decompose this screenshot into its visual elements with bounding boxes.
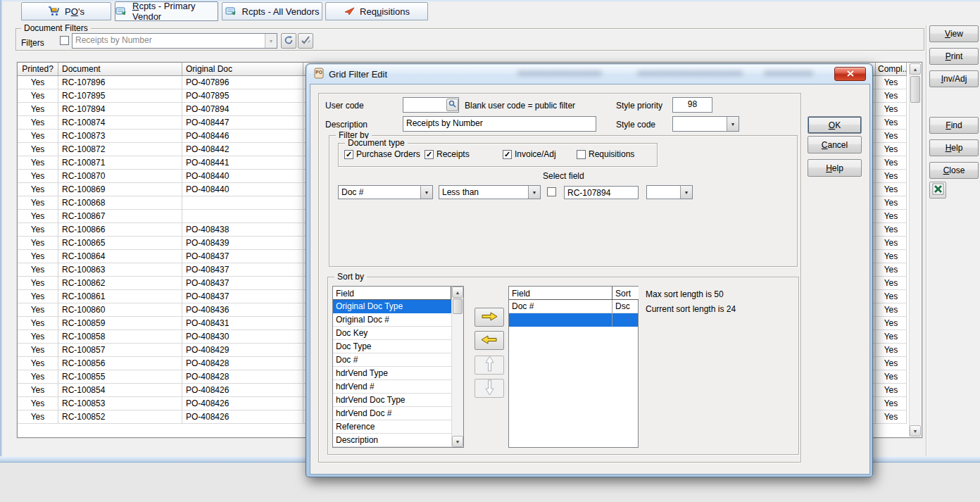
chosen-sort-header[interactable]: Sort [612, 287, 639, 300]
chevron-down-icon[interactable]: ▼ [265, 34, 277, 48]
sort-field-option[interactable]: Doc Type [333, 340, 451, 353]
cell-printed: Yes [18, 170, 58, 183]
move-sort-up-button[interactable] [475, 356, 504, 375]
dialog-client-area: User code Blank user code = public filte… [310, 84, 870, 475]
document-type-checkbox[interactable] [344, 150, 353, 159]
style-priority-field[interactable]: 98 [672, 97, 712, 113]
cell-document: RC-100863 [58, 263, 182, 277]
shopping-cart-icon [48, 6, 60, 16]
cell-document: RC-107895 [58, 89, 182, 103]
filters-label: Filters [21, 38, 44, 48]
not-checkbox[interactable] [547, 187, 556, 196]
add-sort-field-button[interactable] [475, 308, 504, 327]
tab-pos[interactable]: PO's [21, 2, 111, 20]
user-code-lookup-button[interactable] [446, 99, 458, 111]
filters-checkbox[interactable] [60, 36, 69, 45]
grid-vertical-scrollbar[interactable]: ▲ ▼ [909, 63, 921, 437]
document-type-checkbox[interactable] [503, 150, 512, 159]
chevron-down-icon[interactable]: ▼ [680, 186, 692, 199]
cell-original-doc: PO-408440 [182, 183, 303, 196]
inv-adj-button-label: Inv/Adj [941, 74, 967, 84]
cell-complete: Yes [876, 170, 907, 183]
scroll-up-icon[interactable]: ▲ [452, 287, 463, 298]
remove-sort-field-button[interactable] [475, 331, 504, 350]
tab-label: Rcpts - All Vendors [242, 6, 320, 17]
chosen-field-cell [509, 313, 612, 327]
sort-field-option[interactable]: Original Doc Type [333, 300, 451, 313]
print-button[interactable]: Print [929, 48, 979, 65]
sort-field-option[interactable]: Original Doc # [333, 313, 451, 327]
sort-field-option[interactable]: Doc Key [333, 327, 451, 340]
document-type-option[interactable]: Receipts [425, 149, 503, 159]
tab-rcpts-all-vendors[interactable]: Rcpts - All Vendors [222, 2, 322, 20]
find-button[interactable]: Find [929, 117, 979, 134]
filter-extra-combo[interactable]: ▼ [646, 185, 693, 199]
cell-printed: Yes [18, 143, 58, 156]
cell-complete: Yes [876, 277, 907, 290]
cell-complete: Yes [876, 183, 907, 196]
filter-value-field[interactable]: RC-107894 [564, 186, 639, 199]
document-type-checkbox[interactable] [425, 150, 434, 159]
chevron-down-icon[interactable]: ▼ [727, 117, 739, 131]
style-code-combo[interactable]: ▼ [672, 116, 739, 132]
column-header-original-doc[interactable]: Original Doc [182, 63, 303, 76]
sort-chosen-row[interactable]: Doc # Dsc [509, 300, 638, 313]
close-button[interactable]: Close [929, 162, 979, 179]
scroll-down-icon[interactable]: ▼ [452, 436, 463, 447]
cell-original-doc: PO-408428 [182, 370, 303, 384]
inv-adj-button[interactable]: Inv/Adj [929, 70, 979, 87]
column-header-complete[interactable]: Compl... [876, 63, 907, 76]
available-list-scrollbar[interactable]: ▲ ▼ [451, 287, 463, 447]
description-field[interactable]: Receipts by Number [403, 116, 596, 132]
select-field-combo[interactable]: Doc # ▼ [338, 185, 433, 199]
sort-chosen-row[interactable] [509, 313, 638, 327]
cancel-button[interactable]: Cancel [808, 136, 862, 153]
scrollbar-thumb[interactable] [453, 299, 463, 314]
cell-printed: Yes [18, 156, 58, 170]
scrollbar-thumb[interactable] [910, 76, 920, 103]
dialog-help-button[interactable]: Help [808, 159, 862, 177]
sort-field-option[interactable]: Doc # [333, 353, 451, 367]
chevron-down-icon[interactable]: ▼ [420, 186, 432, 199]
chevron-down-icon[interactable]: ▼ [528, 186, 540, 199]
filter-select-combo[interactable]: Receipts by Number ▼ [72, 33, 277, 49]
document-type-checkbox[interactable] [577, 150, 586, 159]
cell-complete: Yes [876, 116, 907, 130]
tab-label: Rcpts - Primary Vendor [132, 1, 218, 22]
chosen-field-header[interactable]: Field [509, 287, 612, 300]
available-list-header[interactable]: Field [333, 287, 451, 300]
operator-combo[interactable]: Less than ▼ [439, 185, 541, 199]
cell-printed: Yes [18, 370, 58, 384]
filter-value: RC-107894 [567, 188, 610, 198]
sort-field-option[interactable]: hdrVend Doc Type [333, 394, 451, 407]
dialog-close-button[interactable] [834, 67, 866, 81]
column-header-document[interactable]: Document [58, 63, 182, 76]
ok-button[interactable]: OK [808, 116, 862, 134]
view-button[interactable]: View [929, 25, 979, 42]
cell-document: RC-100864 [58, 250, 182, 263]
reload-filter-button[interactable] [281, 33, 296, 49]
document-type-option[interactable]: Requisitions [577, 149, 647, 159]
dialog-title-bar[interactable] [306, 64, 874, 84]
column-header-printed[interactable]: Printed? [18, 63, 58, 76]
scroll-down-icon[interactable]: ▼ [910, 425, 921, 437]
document-type-option[interactable]: Invoice/Adj [503, 149, 577, 159]
move-sort-down-button[interactable] [475, 379, 504, 398]
cell-document: RC-100869 [58, 183, 182, 196]
cell-document: RC-100855 [58, 370, 182, 384]
tab-rcpts-primary-vendor[interactable]: Rcpts - Primary Vendor [115, 1, 218, 21]
sort-field-option[interactable]: hdrVend Type [333, 367, 451, 380]
scroll-up-icon[interactable]: ▲ [910, 63, 921, 75]
cell-complete: Yes [876, 210, 907, 223]
sort-field-option[interactable]: hdrVend Doc # [333, 407, 451, 420]
sort-field-option[interactable]: Description [333, 434, 451, 447]
current-sort-length-text: Current sort length is 24 [646, 304, 736, 314]
export-to-excel-button[interactable] [929, 182, 946, 199]
sort-field-option[interactable]: hdrVend # [333, 380, 451, 394]
edit-filter-button[interactable] [298, 33, 313, 49]
document-type-option[interactable]: Purchase Orders [344, 149, 425, 159]
sort-field-option[interactable]: Reference [333, 420, 451, 434]
document-type-option-label: Purchase Orders [356, 149, 420, 159]
help-button[interactable]: Help [929, 139, 979, 156]
tab-requisitions[interactable]: Requisitions [325, 2, 428, 20]
